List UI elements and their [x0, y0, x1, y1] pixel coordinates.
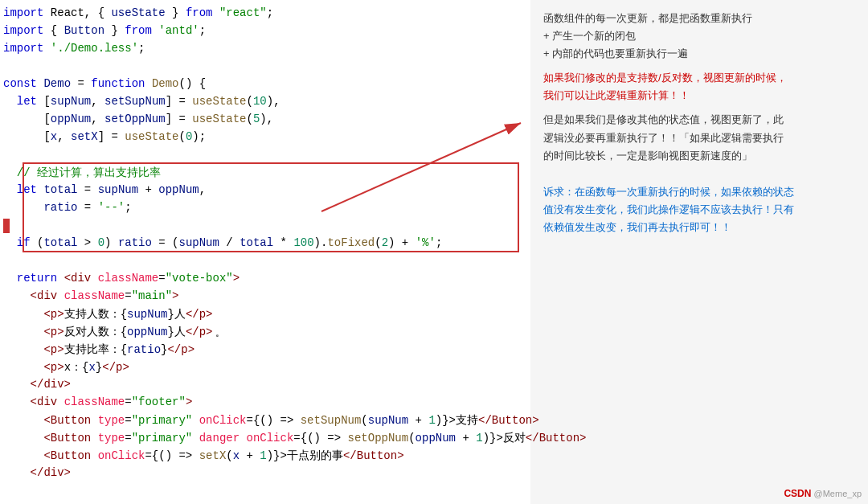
code-line-3: import './Demo.less';: [0, 42, 530, 59]
code-line-11: let total = supNum + oppNum,: [0, 183, 530, 201]
code-line-8: [x, setX] = useState(0);: [0, 130, 530, 148]
code-line-7: [oppNum, setOppNum] = useState(5),: [0, 113, 530, 130]
code-line-12: ratio = '--';: [0, 201, 530, 219]
note-1: 函数组件的每一次更新，都是把函数重新执行 + 产生一个新的闭包 + 内部的代码也…: [543, 10, 855, 63]
csdn-logo: CSDN: [784, 488, 811, 499]
code-line-27: </div>: [0, 466, 530, 484]
code-panel: import React, { useState } from "react";…: [0, 0, 530, 504]
code-line-6: let [supNum, setSupNum] = useState(10),: [0, 95, 530, 113]
code-line-17: <div className="main">: [0, 289, 530, 307]
note-3: 但是如果我们是修改其他的状态值，视图更新了，此 逻辑没必要再重新执行了！！「如果…: [543, 111, 855, 164]
code-line-26: <Button onClick={() => setX(x + 1)}>干点别的…: [0, 449, 530, 466]
code-line-22: </div>: [0, 378, 530, 395]
code-line-20: <p>支持比率：{ratio}</p>: [0, 342, 530, 360]
code-line-16: return <div className="vote-box">: [0, 272, 530, 289]
code-line-2: import { Button } from 'antd';: [0, 24, 530, 42]
code-line-13: [0, 219, 530, 236]
code-line-10: // 经过计算，算出支持比率: [0, 166, 530, 183]
code-line-14: if (total > 0) ratio = (supNum / total *…: [0, 236, 530, 254]
code-line-15: [0, 254, 530, 272]
code-line-18: <p>支持人数：{supNum}人</p>: [0, 307, 530, 325]
code-line-24: <Button type="primary" onClick={() => se…: [0, 413, 530, 431]
code-line-1: import React, { useState } from "react";: [0, 6, 530, 24]
watermark: CSDN @Meme_xp: [784, 488, 862, 499]
note-4: 诉求：在函数每一次重新执行的时候，如果依赖的状态 值没有发生变化，我们此操作逻辑…: [543, 183, 855, 236]
code-line-5: const Demo = function Demo() {: [0, 77, 530, 95]
code-line-4: [0, 59, 530, 77]
code-line-21: <p>x：{x}</p>: [0, 360, 530, 378]
watermark-user: @Meme_xp: [814, 489, 862, 498]
code-line-25: <Button type="primary" danger onClick={(…: [0, 431, 530, 449]
code-line-9: [0, 148, 530, 166]
annotation-panel: 函数组件的每一次更新，都是把函数重新执行 + 产生一个新的闭包 + 内部的代码也…: [530, 0, 868, 504]
note-2: 如果我们修改的是支持数/反对数，视图更新的时候， 我们可以让此逻辑重新计算！！: [543, 69, 855, 104]
code-line-23: <div className="footer">: [0, 395, 530, 413]
code-line-19: <p>反对人数：{oppNum}人</p>: [0, 325, 530, 342]
